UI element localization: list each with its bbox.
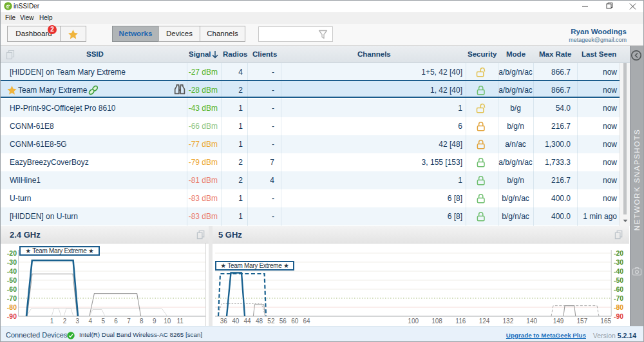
svg-text:4: 4 [89, 318, 93, 325]
svg-text:149: 149 [553, 318, 564, 325]
svg-text:-30: -30 [614, 258, 623, 266]
svg-text:56: 56 [279, 318, 287, 325]
svg-text:1: 1 [50, 318, 54, 325]
svg-text:100: 100 [408, 318, 419, 325]
svg-text:-80: -80 [7, 303, 17, 311]
svg-text:132: 132 [503, 318, 514, 325]
svg-text:-20: -20 [614, 249, 623, 257]
svg-text:-60: -60 [7, 285, 17, 293]
svg-text:-80: -80 [614, 303, 623, 311]
svg-text:6: 6 [114, 318, 118, 325]
svg-text:-90: -90 [7, 312, 17, 320]
svg-text:-70: -70 [7, 294, 17, 302]
svg-text:2: 2 [63, 318, 67, 325]
svg-text:3: 3 [76, 318, 80, 325]
svg-text:-30: -30 [7, 258, 17, 266]
svg-text:48: 48 [256, 318, 263, 325]
svg-text:40: 40 [232, 318, 240, 325]
svg-text:36: 36 [220, 318, 228, 325]
svg-text:10: 10 [164, 318, 171, 325]
svg-text:52: 52 [267, 318, 275, 325]
svg-text:116: 116 [455, 318, 466, 325]
svg-text:5: 5 [101, 318, 105, 325]
svg-text:-90: -90 [614, 312, 623, 320]
svg-text:NETWORK SNAPSHOTS: NETWORK SNAPSHOTS [633, 129, 641, 231]
svg-text:-20: -20 [7, 249, 17, 257]
svg-text:60: 60 [291, 318, 299, 325]
svg-text:-40: -40 [614, 267, 623, 275]
svg-text:-50: -50 [614, 276, 623, 284]
svg-text:44: 44 [244, 318, 252, 325]
svg-text:-70: -70 [614, 294, 623, 302]
svg-text:165: 165 [600, 318, 611, 325]
svg-text:-60: -60 [614, 285, 623, 293]
svg-text:140: 140 [526, 318, 537, 325]
svg-text:-40: -40 [7, 267, 17, 275]
svg-text:8: 8 [140, 318, 144, 325]
svg-text:157: 157 [577, 318, 588, 325]
svg-text:11: 11 [176, 318, 184, 325]
svg-text:9: 9 [153, 318, 156, 325]
svg-text:124: 124 [479, 318, 490, 325]
svg-text:-50: -50 [7, 276, 17, 284]
svg-text:7: 7 [127, 318, 131, 325]
svg-text:108: 108 [431, 318, 442, 325]
svg-text:64: 64 [303, 318, 311, 325]
